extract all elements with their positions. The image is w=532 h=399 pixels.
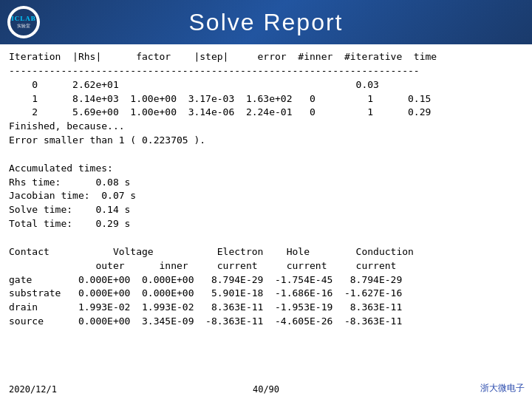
page-title: Solve Report [189, 9, 344, 36]
table-row-0: 0 2.62e+01 0.03 [9, 78, 523, 92]
error-msg: Error smaller than 1 ( 0.223705 ). [9, 134, 523, 148]
logo-circle: ICLAB 实验室 [7, 6, 40, 38]
header: ICLAB 实验室 Solve Report [0, 0, 532, 44]
content-area: Iteration |Rhs| factor |step| error #inn… [0, 44, 532, 335]
table-row-2: 2 5.69e+00 1.00e+00 3.14e-06 2.24e-01 0 … [9, 106, 523, 120]
contact-row-gate: gate 0.000E+00 0.000E+00 8.794E-29 -1.75… [9, 273, 523, 287]
footer-date: 2020/12/1 [9, 384, 57, 395]
contact-row-substrate: substrate 0.000E+00 0.000E+00 5.901E-18 … [9, 287, 523, 301]
contact-header2: outer inner current current current [9, 259, 523, 273]
contact-row-drain: drain 1.993E-02 1.993E-02 8.363E-11 -1.9… [9, 301, 523, 315]
contact-row-source: source 0.000E+00 3.345E-09 -8.363E-11 -4… [9, 315, 523, 329]
lab-cn-label: 实验室 [17, 23, 30, 30]
table-header-line: Iteration |Rhs| factor |step| error #inn… [9, 50, 523, 64]
total-time: Total time: 0.29 s [9, 217, 523, 231]
table-row-1: 1 8.14e+03 1.00e+00 3.17e-03 1.63e+02 0 … [9, 92, 523, 106]
footer-brand: 浙大微电子 [480, 382, 525, 395]
finished-msg: Finished, because... [9, 120, 523, 134]
accumulated-label: Accumulated times: [9, 162, 523, 176]
table-divider: ----------------------------------------… [9, 64, 523, 78]
logo-inner: ICLAB 实验室 [9, 7, 38, 37]
contact-header1: Contact Voltage Electron Hole Conduction [9, 245, 523, 259]
footer-page: 40/90 [253, 384, 279, 395]
rhs-time: Rhs time: 0.08 s [9, 176, 523, 190]
logo-area: ICLAB 实验室 [7, 6, 40, 38]
solve-time: Solve time: 0.14 s [9, 203, 523, 217]
jacobian-time: Jacobian time: 0.07 s [9, 189, 523, 203]
iclab-label: ICLAB [11, 15, 36, 22]
